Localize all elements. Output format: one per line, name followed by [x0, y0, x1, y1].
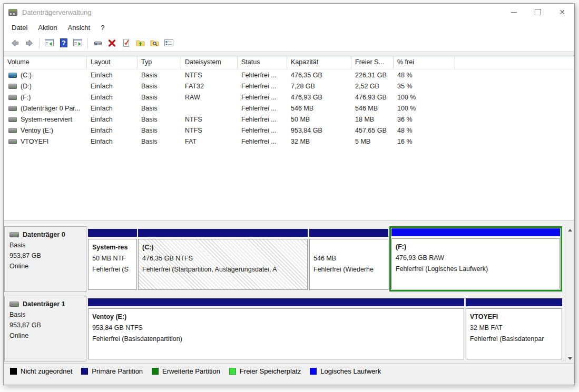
legend-swatch	[152, 368, 159, 375]
volume-cell: (C:)	[4, 72, 87, 79]
legend-label: Primäre Partition	[92, 367, 143, 375]
disk-area-scrollbar[interactable]	[565, 226, 574, 363]
legend-item: Nicht zugeordnet	[10, 367, 72, 375]
cell-kapazitaet: 32 MB	[287, 138, 351, 145]
table-row[interactable]: VTOYEFIEinfachBasisFATFehlerfrei ...32 M…	[4, 136, 574, 147]
legend-label: Erweiterte Partition	[162, 367, 220, 375]
table-row[interactable]: (C:)EinfachBasisNTFSFehlerfrei ...476,35…	[4, 69, 574, 81]
cell-layout: Einfach	[87, 72, 138, 79]
rescan-disks-icon	[93, 39, 103, 47]
column-header-volume[interactable]: Volume	[4, 56, 87, 69]
disk-info-header: Datenträger 0	[9, 231, 86, 238]
toolbar: ?	[4, 35, 574, 51]
show-console-tree-button[interactable]	[42, 36, 56, 49]
disk-status: Online	[9, 263, 86, 270]
column-header-typ[interactable]: Typ	[138, 56, 181, 69]
column-header-dateisystem[interactable]: Dateisystem	[181, 56, 238, 69]
partition-block-selected[interactable]: (F:)476,93 GB RAWFehlerfrei (Logisches L…	[389, 226, 562, 292]
cell-freier: 2,52 GB	[351, 83, 394, 90]
maximize-button[interactable]	[526, 4, 550, 21]
column-header-%-frei[interactable]: % frei	[394, 56, 455, 69]
partition-block[interactable]: Ventoy (E:)953,84 GB NTFSFehlerfrei (Bas…	[88, 298, 464, 359]
partition-block[interactable]: VTOYEFI32 MB FATFehlerfrei (Basisdatenpa…	[466, 298, 562, 359]
menu-item-ansicht[interactable]: Ansicht	[63, 22, 96, 34]
delete-button[interactable]	[105, 36, 119, 49]
volume-label: System-reserviert	[21, 116, 72, 123]
column-header-status[interactable]: Status	[238, 56, 287, 69]
disk-row-0: Datenträger 0Basis953,87 GBOnlineSystem-…	[4, 226, 565, 294]
volume-cell: Ventoy (E:)	[4, 127, 87, 134]
column-header-filler	[455, 56, 574, 69]
disk-info-panel[interactable]: Datenträger 1Basis953,87 GBOnline	[4, 296, 86, 361]
cell-status: Fehlerfrei ...	[238, 94, 287, 101]
show-action-pane-button[interactable]	[71, 36, 85, 49]
cell-layout: Einfach	[87, 105, 138, 112]
partition-type-bar	[88, 229, 137, 237]
cell-fs: NTFS	[181, 116, 238, 123]
show-action-pane-icon	[73, 39, 82, 47]
disk-size: 953,87 GB	[9, 321, 86, 329]
rescan-disks-button[interactable]	[91, 36, 105, 49]
partition-label: Ventoy (E:)	[92, 311, 464, 323]
volume-table-body: (C:)EinfachBasisNTFSFehlerfrei ...476,35…	[4, 69, 574, 147]
menu-item-help[interactable]: ?	[95, 22, 110, 34]
partition-block[interactable]: 546 MBFehlerfrei (Wiederhe	[309, 229, 388, 290]
help-button[interactable]: ?	[56, 36, 71, 49]
table-row[interactable]: System-reserviertEinfachBasisNTFSFehlerf…	[4, 114, 574, 125]
back-button[interactable]	[8, 36, 22, 49]
partition-block[interactable]: (C:)476,35 GB NTFSFehlerfrei (Startparti…	[138, 229, 308, 290]
partition-type-bar	[138, 229, 308, 237]
menu-item-aktion[interactable]: Aktion	[33, 22, 62, 34]
cell-kapazitaet: 476,35 GB	[287, 72, 351, 79]
toolbar-separator	[87, 37, 88, 48]
cell-fs: FAT32	[181, 83, 238, 90]
forward-button[interactable]	[22, 36, 36, 49]
table-row[interactable]: (Datenträger 0 Par...EinfachBasisFehlerf…	[4, 103, 574, 114]
cell-freier: 546 MB	[351, 105, 394, 112]
explore-search-button[interactable]	[148, 36, 162, 49]
column-header-layout[interactable]: Layout	[87, 56, 138, 69]
delete-x-icon	[107, 39, 116, 47]
cell-frei_pct: 35 %	[394, 83, 455, 90]
cell-typ: Basis	[138, 116, 181, 123]
partition-block[interactable]: System-res50 MB NTFFehlerfrei (S	[88, 229, 137, 290]
cell-kapazitaet: 953,84 GB	[287, 127, 351, 134]
scroll-up-button[interactable]	[566, 226, 574, 235]
drive-icon	[8, 139, 17, 144]
cell-status: Fehlerfrei ...	[238, 105, 287, 112]
table-row[interactable]: Ventoy (E:)EinfachBasisNTFSFehlerfrei ..…	[4, 125, 574, 136]
partition-body: (C:)476,35 GB NTFSFehlerfrei (Startparti…	[138, 239, 308, 290]
partition-type-bar	[309, 229, 388, 237]
disk-name: Datenträger 1	[23, 300, 65, 308]
cell-freier: 5 MB	[351, 138, 394, 145]
partition-label: (F:)	[396, 242, 560, 253]
mark-partition-button[interactable]	[119, 36, 133, 49]
table-row[interactable]: (F:)EinfachBasisRAWFehlerfrei ...476,93 …	[4, 92, 574, 103]
volume-cell: VTOYEFI	[4, 138, 87, 145]
menu-item-datei[interactable]: Datei	[6, 22, 33, 34]
minimize-button[interactable]	[502, 4, 526, 21]
cell-frei_pct: 100 %	[394, 94, 455, 101]
help-icon: ?	[60, 38, 68, 47]
explore-up-button[interactable]	[133, 36, 148, 49]
disk-info-header: Datenträger 1	[9, 300, 86, 308]
cell-kapazitaet: 546 MB	[287, 105, 351, 112]
legend-label: Nicht zugeordnet	[21, 367, 72, 375]
table-row[interactable]: (D:)EinfachBasisFAT32Fehlerfrei ...7,28 …	[4, 81, 574, 92]
disk-icon	[9, 301, 19, 307]
close-button[interactable]: ✕	[550, 4, 574, 21]
disk-type: Basis	[9, 242, 86, 249]
column-header-kapazit-t[interactable]: Kapazität	[287, 56, 351, 69]
legend-item: Erweiterte Partition	[152, 367, 220, 375]
column-header-freier-s-[interactable]: Freier S...	[351, 56, 394, 69]
cell-fs: FAT	[181, 138, 238, 145]
partition-status: Fehlerfrei (S	[92, 264, 136, 275]
volume-label: (Datenträger 0 Par...	[21, 105, 80, 112]
drive-icon	[8, 73, 17, 78]
disk-info-panel[interactable]: Datenträger 0Basis953,87 GBOnline	[4, 226, 86, 292]
details-view-button[interactable]	[162, 36, 176, 49]
scroll-down-button[interactable]	[566, 354, 574, 363]
legend-label: Logisches Laufwerk	[320, 367, 381, 375]
title-bar[interactable]: Datenträgerverwaltung ✕	[4, 4, 574, 21]
volume-label: (F:)	[21, 94, 31, 101]
